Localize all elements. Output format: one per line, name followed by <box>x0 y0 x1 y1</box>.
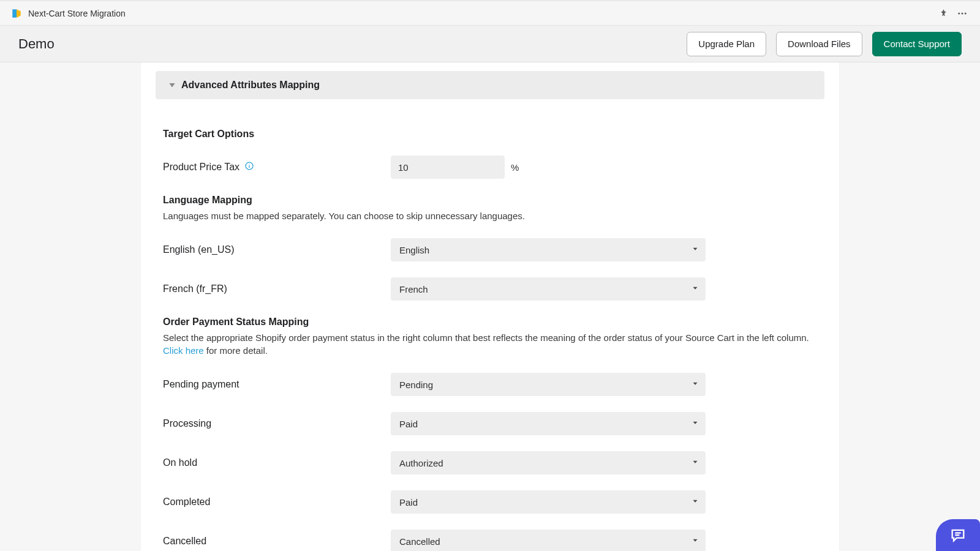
language-select-french[interactable]: French <box>391 277 706 301</box>
svg-point-8 <box>249 163 250 164</box>
chevron-down-icon <box>691 497 699 508</box>
app-bar: Next-Cart Store Migration <box>0 0 980 26</box>
status-row: On hold Authorized <box>163 451 817 474</box>
price-tax-suffix: % <box>511 162 519 173</box>
upgrade-plan-button[interactable]: Upgrade Plan <box>687 32 766 56</box>
section-title: Advanced Attributes Mapping <box>181 80 320 91</box>
order-status-desc-prefix: Select the appropriate Shopify order pay… <box>163 332 809 343</box>
order-status-desc-suffix: for more detail. <box>204 345 268 356</box>
svg-marker-14 <box>693 500 698 503</box>
select-value: Authorized <box>399 458 443 468</box>
language-select-english[interactable]: English <box>391 238 706 261</box>
status-select-on-hold[interactable]: Authorized <box>391 451 706 474</box>
svg-marker-0 <box>12 9 17 18</box>
status-row: Completed Paid <box>163 490 817 514</box>
chevron-down-icon <box>691 536 699 547</box>
target-options-heading: Target Cart Options <box>163 129 817 140</box>
section-content: Target Cart Options Product Price Tax % … <box>141 99 839 551</box>
status-row: Cancelled Cancelled <box>163 530 817 551</box>
status-select-completed[interactable]: Paid <box>391 490 706 514</box>
contact-support-button[interactable]: Contact Support <box>872 32 962 56</box>
svg-point-2 <box>958 12 960 14</box>
chat-widget-button[interactable] <box>936 519 980 551</box>
select-value: English <box>399 245 429 255</box>
svg-point-3 <box>962 12 963 14</box>
status-select-pending-payment[interactable]: Pending <box>391 373 706 396</box>
section-header[interactable]: Advanced Attributes Mapping <box>156 71 824 99</box>
download-files-button[interactable]: Download Files <box>776 32 862 56</box>
collapse-triangle-icon <box>168 81 176 89</box>
select-value: Cancelled <box>399 536 440 547</box>
price-tax-label: Product Price Tax <box>163 161 391 173</box>
app-title: Next-Cart Store Migration <box>28 9 126 18</box>
app-bar-left: Next-Cart Store Migration <box>11 8 126 19</box>
language-row: French (fr_FR) French <box>163 277 817 301</box>
svg-marker-12 <box>693 422 698 424</box>
more-menu-icon[interactable] <box>957 8 968 19</box>
settings-card: Advanced Attributes Mapping Target Cart … <box>141 62 839 551</box>
status-select-processing[interactable]: Paid <box>391 412 706 435</box>
status-row: Pending payment Pending <box>163 373 817 396</box>
select-value: French <box>399 284 428 294</box>
price-tax-input[interactable] <box>391 156 505 179</box>
svg-point-4 <box>965 12 967 14</box>
chevron-down-icon <box>691 458 699 468</box>
price-tax-row: Product Price Tax % <box>163 156 817 179</box>
svg-marker-1 <box>17 9 21 18</box>
status-label: Pending payment <box>163 379 391 390</box>
page-header: Demo Upgrade Plan Download Files Contact… <box>0 26 980 62</box>
chevron-down-icon <box>691 380 699 390</box>
page-title: Demo <box>18 36 55 52</box>
svg-marker-13 <box>693 461 698 463</box>
pin-icon[interactable] <box>939 9 948 18</box>
chevron-down-icon <box>691 419 699 429</box>
svg-marker-11 <box>693 383 698 385</box>
select-value: Paid <box>399 497 418 508</box>
main-content: Advanced Attributes Mapping Target Cart … <box>0 62 980 551</box>
info-icon[interactable] <box>244 161 254 173</box>
language-row: English (en_US) English <box>163 238 817 261</box>
svg-marker-9 <box>693 248 698 250</box>
svg-marker-5 <box>169 83 175 87</box>
order-status-desc: Select the appropriate Shopify order pay… <box>163 331 817 357</box>
chevron-down-icon <box>691 245 699 255</box>
header-actions: Upgrade Plan Download Files Contact Supp… <box>687 32 962 56</box>
app-bar-right <box>939 8 969 19</box>
status-label: Completed <box>163 497 391 508</box>
language-label: English (en_US) <box>163 244 391 255</box>
select-value: Pending <box>399 380 433 390</box>
order-status-heading: Order Payment Status Mapping <box>163 317 817 328</box>
app-logo-icon <box>11 8 22 19</box>
select-value: Paid <box>399 419 418 429</box>
status-label: Processing <box>163 418 391 429</box>
price-tax-label-text: Product Price Tax <box>163 162 239 173</box>
svg-marker-10 <box>693 287 698 290</box>
language-label: French (fr_FR) <box>163 283 391 294</box>
svg-marker-15 <box>693 539 698 542</box>
language-mapping-desc: Languages must be mapped separately. You… <box>163 209 817 222</box>
order-status-desc-link[interactable]: Click here <box>163 345 204 356</box>
status-label: On hold <box>163 457 391 468</box>
status-select-cancelled[interactable]: Cancelled <box>391 530 706 551</box>
language-mapping-heading: Language Mapping <box>163 195 817 206</box>
status-label: Cancelled <box>163 536 391 547</box>
chevron-down-icon <box>691 284 699 294</box>
status-row: Processing Paid <box>163 412 817 435</box>
